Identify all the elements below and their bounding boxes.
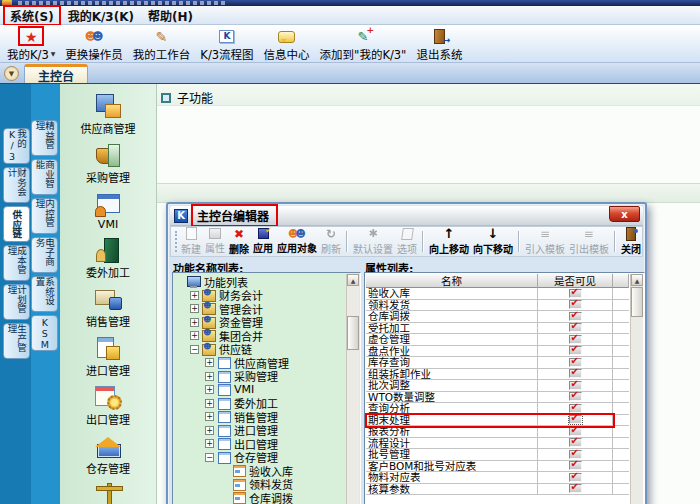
scroll-thumb[interactable] <box>631 287 643 317</box>
toolbar-button[interactable]: 添加到"我的K/3"▼ <box>315 28 412 62</box>
visible-checkbox[interactable] <box>569 484 582 493</box>
list-row[interactable]: 流程设计 <box>366 438 629 450</box>
dialog-toolbar-button[interactable]: 应用 <box>251 228 275 255</box>
dialog-toolbar-button[interactable]: 新建 <box>179 228 203 255</box>
tree-expander[interactable]: + <box>205 372 214 381</box>
tree-expander[interactable]: + <box>205 385 214 394</box>
tree-expander[interactable]: + <box>205 439 214 448</box>
toolbar-button[interactable]: 更换操作员▼ <box>60 28 128 62</box>
sidebar-tab[interactable]: 我的K/3 <box>3 128 30 164</box>
module-item[interactable]: 销售管理 <box>86 286 130 329</box>
sidebar-tab[interactable]: 生产管理 <box>3 323 30 359</box>
menu-item[interactable]: 帮助(H) <box>141 6 200 25</box>
dialog-toolbar-button[interactable]: 应用对象 <box>275 228 319 255</box>
list-row[interactable]: 批次调整 <box>366 380 629 392</box>
toolbar-button[interactable]: K/3流程图▼ <box>195 28 258 62</box>
list-cell-extra <box>613 300 629 311</box>
list-row[interactable]: 虚仓管理 <box>366 334 629 346</box>
column-header-name[interactable]: 名称 <box>366 274 538 288</box>
module-item[interactable]: 进口管理 <box>86 335 130 378</box>
list-row[interactable]: 领料发货 <box>366 300 629 312</box>
dialog-toolbar-button[interactable]: 向上移动 <box>427 228 471 255</box>
list-row[interactable]: WTO数量调整 <box>366 392 629 404</box>
dialog-toolbar-button[interactable]: 选项 <box>395 228 419 255</box>
tree-expander[interactable]: − <box>190 345 199 354</box>
module-item[interactable]: 采购管理 <box>86 142 130 185</box>
tree-item[interactable]: 仓库调拨 <box>175 491 345 504</box>
list-row[interactable]: 组装拆卸作业 <box>366 369 629 381</box>
list-row[interactable]: 仓库调拨 <box>366 311 629 323</box>
list-row[interactable]: 受托加工 <box>366 323 629 335</box>
list-vertical-scrollbar[interactable] <box>630 274 643 504</box>
list-row[interactable]: 验收入库 <box>366 288 629 300</box>
tree-expander[interactable]: − <box>205 453 214 462</box>
tree-expander[interactable]: + <box>190 291 199 300</box>
sidebar-tab[interactable]: 供应链 <box>3 206 30 242</box>
tab-main-console[interactable]: 主控台 <box>24 64 88 83</box>
list-row[interactable]: 库存查询 <box>366 357 629 369</box>
list-row[interactable]: 客户BOM和批号对应表 <box>366 461 629 473</box>
dialog-toolbar-button[interactable]: 引入模板 <box>523 228 567 255</box>
dialog-toolbar-button[interactable]: 属性 <box>203 228 227 255</box>
module-item[interactable]: 委外加工 <box>86 237 130 280</box>
list-row[interactable]: 报表分析 <box>366 426 629 438</box>
doc-icon <box>217 357 230 368</box>
module-item[interactable]: 仓存管理 <box>86 433 130 476</box>
tree-item[interactable]: + 集团合并 <box>175 329 345 343</box>
sidebar-tab[interactable]: 财务会计 <box>3 167 30 203</box>
list-row[interactable]: 物料对应表 <box>366 472 629 484</box>
tree-expander[interactable]: + <box>190 318 199 327</box>
tree-expander[interactable]: + <box>190 331 199 340</box>
tree-expander[interactable]: + <box>205 412 214 421</box>
sidebar-tab[interactable]: 电子商务 <box>31 237 58 273</box>
module-item[interactable]: 质量管理 <box>86 482 130 504</box>
toolbar-button[interactable]: 我的工作台▼ <box>128 28 196 62</box>
dropdown-caret-icon[interactable]: ▼ <box>51 50 56 57</box>
module-item[interactable]: 供应商管理 <box>81 93 136 136</box>
sidebar-tab[interactable]: 计划管理 <box>3 284 30 320</box>
scroll-thumb[interactable] <box>347 316 359 350</box>
menu-item[interactable]: 我的K/3(K) <box>61 6 141 25</box>
sidebar-tab[interactable]: 内控管理 <box>31 198 58 234</box>
dialog-toolbar-button-label: 刷新 <box>321 241 341 256</box>
dialog-toolbar-button[interactable]: 默认设置 <box>351 228 395 255</box>
toolbar-button[interactable]: 信息中心▼ <box>259 28 315 62</box>
dialog-close-button[interactable]: x <box>609 206 640 222</box>
module-item[interactable]: 出口管理 <box>86 384 130 427</box>
tree-expander[interactable]: + <box>205 399 214 408</box>
tree-expander[interactable]: + <box>205 358 214 367</box>
dialog-toolbar-button[interactable]: 删除 <box>227 228 251 255</box>
dialog-toolbar-button[interactable]: 引出模板 <box>567 228 611 255</box>
sidebar-tab-label: 电子商务 <box>35 238 54 272</box>
tree-expander[interactable]: + <box>190 304 199 313</box>
dialog-toolbar-button[interactable]: 关闭 <box>619 228 643 255</box>
tree-vertical-scrollbar[interactable] <box>346 274 359 504</box>
list-cell-extra <box>613 415 629 426</box>
tree-indent <box>175 335 190 336</box>
list-row[interactable]: 批号管理 <box>366 449 629 461</box>
list-row[interactable]: 查询分析 <box>366 403 629 415</box>
list-row[interactable]: 期末处理 <box>366 415 629 427</box>
annotation-box <box>18 26 44 46</box>
dialog-titlebar[interactable]: K 主控台编辑器 x <box>170 206 643 226</box>
toolbar-button[interactable]: 退出系统▼ <box>411 28 467 62</box>
sidebar-tab[interactable]: 商业智能 <box>31 159 58 195</box>
scroll-up-button[interactable] <box>631 274 643 286</box>
toolbar-button[interactable]: 我的K/3▼ <box>2 28 60 62</box>
sidebar-tab[interactable]: 系统设置 <box>31 276 58 312</box>
list-row[interactable]: 盘点作业 <box>366 346 629 358</box>
dialog-toolbar-button[interactable]: 刷新 <box>319 228 343 255</box>
menu-item[interactable]: 系统(S) <box>3 5 61 26</box>
tree-indent <box>175 295 190 296</box>
tree-item[interactable]: + 采购管理 <box>175 370 345 384</box>
sidebar-tab[interactable]: 成本管理 <box>3 245 30 281</box>
tree-expander[interactable]: + <box>205 426 214 435</box>
list-row[interactable]: 核算参数 <box>366 484 629 496</box>
scroll-up-button[interactable] <box>347 274 359 286</box>
module-item[interactable]: VMI <box>94 191 122 231</box>
sidebar-tab-label: 成本管理 <box>7 246 26 280</box>
sidebar-tab[interactable]: KSM <box>31 315 58 351</box>
tab-dropdown-button[interactable]: ▼ <box>4 66 19 81</box>
sidebar-tab[interactable]: 精益管理 <box>31 120 58 156</box>
dialog-toolbar-button[interactable]: 向下移动 <box>471 228 515 255</box>
